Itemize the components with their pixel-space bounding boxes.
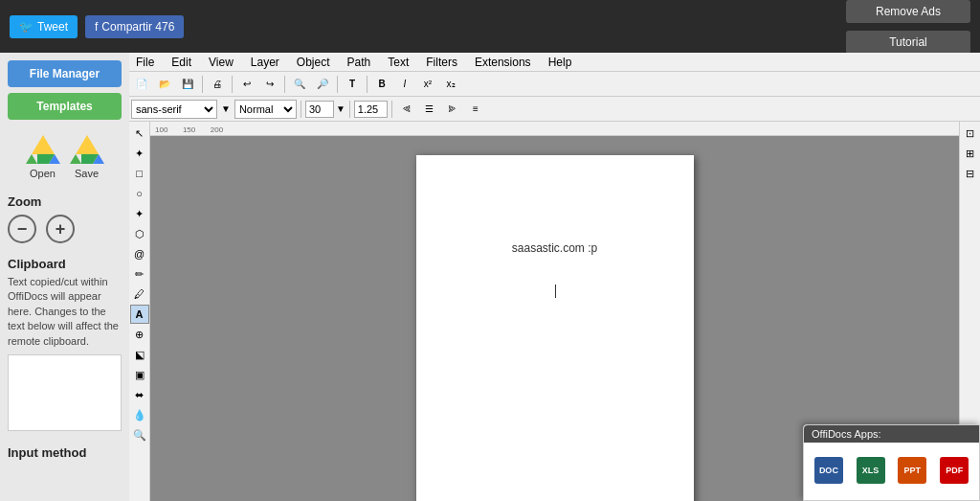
clipboard-textarea[interactable] [8, 354, 122, 431]
font-unit: ▼ [336, 103, 345, 114]
menu-layer[interactable]: Layer [248, 55, 282, 70]
menu-filters[interactable]: Filters [423, 55, 460, 70]
tool-connector[interactable]: ⬌ [130, 385, 149, 404]
tb-sep-1 [202, 76, 203, 93]
menu-view[interactable]: View [206, 55, 236, 70]
tb-open[interactable]: 📂 [154, 74, 175, 95]
menu-extensions[interactable]: Extensions [472, 55, 534, 70]
tool-snap-3[interactable]: ⊟ [961, 164, 980, 183]
tool-dropper[interactable]: 💧 [130, 405, 149, 424]
tutorial-button[interactable]: Tutorial [846, 31, 970, 54]
tool-select[interactable]: ↖ [130, 124, 149, 143]
menu-path[interactable]: Path [345, 55, 374, 70]
menu-file[interactable]: File [133, 55, 157, 70]
menu-object[interactable]: Object [294, 55, 333, 70]
tool-ellipse[interactable]: ○ [130, 184, 149, 203]
offidocs-ppt[interactable]: PPT [894, 448, 932, 491]
zoom-in-button[interactable]: + [46, 215, 75, 243]
zoom-out-button[interactable]: − [8, 215, 36, 243]
tb-sup[interactable]: x² [417, 74, 438, 95]
tb-new[interactable]: 📄 [131, 74, 152, 95]
tool-rect[interactable]: □ [130, 164, 149, 183]
tb-zoom-out[interactable]: 🔎 [312, 74, 333, 95]
tb-redo[interactable]: ↪ [259, 74, 280, 95]
tool-zoom[interactable]: 🔍 [130, 425, 149, 444]
remove-ads-button[interactable]: Remove Ads [846, 0, 970, 23]
top-bar-right: Remove Ads Tutorial [846, 0, 970, 54]
file-manager-button[interactable]: File Manager [8, 60, 122, 87]
tool-3d[interactable]: ⬡ [130, 224, 149, 243]
tb-align-center[interactable]: ☰ [419, 99, 440, 120]
clipboard-section: Clipboard Text copied/cut within OffiDoc… [8, 257, 122, 434]
offidocs-doc[interactable]: DOC [810, 448, 848, 491]
font-family-select[interactable]: sans-serif [131, 100, 217, 119]
tool-fill[interactable]: ⬕ [130, 345, 149, 364]
offidocs-title: OffiDocs Apps: [804, 425, 979, 443]
tb-zoom-in[interactable]: 🔍 [289, 74, 310, 95]
tb-sub[interactable]: x₂ [440, 74, 461, 95]
svg-marker-4 [76, 135, 99, 154]
tool-node[interactable]: ✦ [130, 144, 149, 163]
save-label: Save [75, 168, 99, 179]
share-button[interactable]: f Compartir 476 [85, 15, 184, 38]
tool-spray[interactable]: ⊕ [130, 325, 149, 344]
tool-gradient[interactable]: ▣ [130, 365, 149, 384]
ppt-icon: PPT [898, 457, 926, 484]
tb-print[interactable]: 🖨 [207, 74, 228, 95]
xls-icon: XLS [857, 457, 885, 484]
sidebar: File Manager Templates Open S [0, 53, 129, 501]
tb-sep-2 [232, 76, 233, 93]
tb-save[interactable]: 💾 [177, 74, 198, 95]
drive-save[interactable]: Save [70, 131, 104, 179]
font-style-select[interactable]: Normal [234, 100, 297, 119]
tb-align-right[interactable]: ⫸ [442, 99, 463, 120]
google-drive-open-icon [26, 131, 60, 166]
drive-open[interactable]: Open [26, 131, 60, 179]
templates-button[interactable]: Templates [8, 93, 122, 120]
canvas-cursor [555, 285, 556, 298]
google-drive-save-icon [70, 131, 104, 166]
tool-star[interactable]: ✦ [130, 204, 149, 223]
offidocs-pdf[interactable]: PDF [935, 448, 973, 491]
tb-sep-6 [301, 101, 301, 118]
menu-help[interactable]: Help [546, 55, 575, 70]
tool-snap-1[interactable]: ⊡ [961, 124, 980, 143]
tool-pen[interactable]: 🖊 [130, 285, 149, 304]
tool-spiral[interactable]: @ [130, 244, 149, 263]
tb-sep-7 [349, 101, 350, 118]
tool-snap-2[interactable]: ⊞ [961, 144, 980, 163]
menu-text[interactable]: Text [385, 55, 412, 70]
top-bar-left: 🐦 Tweet f Compartir 476 [10, 15, 184, 38]
ruler-horizontal: 100 150 200 [150, 122, 959, 136]
menu-edit[interactable]: Edit [168, 55, 194, 70]
clipboard-description: Text copied/cut within OffiDocs will app… [8, 275, 122, 349]
tool-pencil[interactable]: ✏ [130, 264, 149, 284]
drive-section: Open Save [8, 131, 122, 179]
tweet-button[interactable]: 🐦 Tweet [10, 15, 78, 38]
tb-italic[interactable]: I [394, 74, 415, 95]
toolbar-row-2: sans-serif ▼ Normal ▼ ⫷ ☰ ⫸ ≡ [129, 97, 980, 122]
zoom-section: Zoom − + [8, 194, 122, 243]
input-method-label: Input method [8, 445, 122, 460]
pdf-icon: PDF [940, 457, 969, 484]
tb-undo[interactable]: ↩ [236, 74, 257, 95]
zoom-controls: − + [8, 215, 122, 243]
offidocs-xls[interactable]: XLS [852, 448, 890, 491]
canvas-page[interactable]: saasastic.com :p [416, 155, 694, 501]
tb-bold[interactable]: B [371, 74, 392, 95]
tb-text-tool[interactable]: T [342, 74, 363, 95]
twitter-icon: 🐦 [19, 20, 33, 34]
tb-align-justify[interactable]: ≡ [465, 99, 486, 120]
top-bar: 🐦 Tweet f Compartir 476 Remove Ads Tutor… [0, 0, 980, 53]
line-height-input[interactable] [354, 101, 388, 118]
doc-icon: DOC [814, 457, 843, 484]
tool-text[interactable]: A [130, 305, 149, 324]
tb-align-left[interactable]: ⫷ [396, 99, 417, 120]
menu-bar: File Edit View Layer Object Path Text Fi… [129, 53, 980, 72]
tb-sep-5 [367, 76, 368, 93]
svg-marker-1 [26, 154, 37, 164]
tb-sep-3 [284, 76, 285, 93]
tools-left: ↖ ✦ □ ○ ✦ ⬡ @ ✏ 🖊 A ⊕ ⬕ ▣ ⬌ 💧 🔍 [129, 122, 150, 501]
font-size-input[interactable] [305, 101, 334, 118]
svg-marker-5 [70, 154, 81, 164]
